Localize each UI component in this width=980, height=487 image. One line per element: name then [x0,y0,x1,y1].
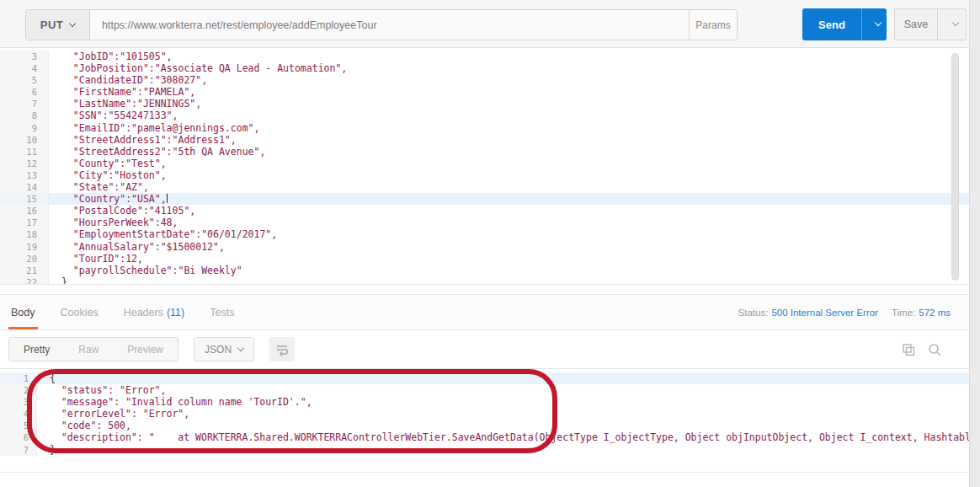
code-line[interactable]: 15 "Country":"USA", [0,193,969,205]
request-editor-scrollbar[interactable] [951,53,959,281]
code-line[interactable]: 6 "description": " at WORKTERRA.Shared.W… [0,431,969,443]
save-group: Save [894,8,967,40]
code-text: "JobPosition":"Associate QA Lead - Autom… [49,62,969,74]
code-line[interactable]: 5 "code": 500, [0,420,969,431]
line-number: 6 [0,431,37,443]
chevron-down-icon [69,19,76,26]
send-button[interactable]: Send [802,8,861,40]
response-body-editor[interactable]: 1{2 "status": "Error",3 "message": "Inva… [0,368,969,473]
code-line[interactable]: 12 "County":"Test", [0,158,969,169]
save-dropdown-button[interactable] [937,9,966,40]
code-text: "CandidateID":"308027", [49,74,969,86]
code-text: "message": "Invalid column name 'TourID'… [37,396,969,408]
line-number: 19 [0,241,49,253]
method-select[interactable]: PUT [26,10,90,40]
code-text: "description": " at WORKTERRA.Shared.WOR… [37,431,969,443]
line-number: 2 [0,384,37,396]
code-line[interactable]: 8 "SSN":"554247133", [0,110,969,121]
window-scrollbar[interactable] [969,0,980,487]
code-line[interactable]: 13 "City":"Hoston", [0,169,969,181]
send-dropdown-button[interactable] [861,8,887,40]
code-line[interactable]: 21 "payrollSchedule":"Bi Weekly" [0,265,969,276]
response-tabs: BodyCookiesHeaders(11)Tests [0,295,234,329]
code-line[interactable]: 3 "JobID":"101505", [0,51,969,62]
view-pretty[interactable]: Pretty [9,338,64,361]
code-line[interactable]: 14 "State":"AZ", [0,181,969,193]
line-number: 22 [0,276,49,285]
code-line[interactable]: 11 "StreetAddress2":"5th QA Avenue", [0,146,969,158]
line-number: 13 [0,169,49,181]
code-text: "City":"Hoston", [49,169,969,181]
code-text: "StreetAddress2":"5th QA Avenue", [49,146,969,158]
code-text: "JobID":"101505", [49,51,969,62]
code-text: "HoursPerWeek":48, [49,217,969,228]
line-number: 15 [0,193,49,205]
code-line[interactable]: 7 "LastName":"JENNINGS", [0,98,969,110]
tab-headers[interactable]: Headers(11) [124,295,185,329]
line-number: 20 [0,253,49,265]
view-switcher: PrettyRawPreview [8,337,178,361]
response-toolbar: PrettyRawPreview JSON [0,330,969,368]
format-select[interactable]: JSON [194,337,254,361]
copy-button[interactable] [901,342,916,357]
params-button[interactable]: Params [689,10,737,40]
code-line[interactable]: 2 "status": "Error", [0,384,969,396]
line-number: 6 [0,86,49,98]
wrap-button[interactable] [269,337,295,361]
chevron-down-icon [237,344,244,351]
tab-label: Headers [124,307,163,318]
code-line[interactable]: 5 "CandidateID":"308027", [0,74,969,86]
send-group: Send [802,8,887,40]
line-number: 17 [0,217,49,228]
code-text: "errorLevel": "Error", [37,408,969,420]
code-line[interactable]: 9 "EmailID":"pamela@jennings.com", [0,122,969,134]
tab-count: (11) [167,307,184,318]
code-text: "FirstName":"PAMELA", [49,86,969,98]
view-preview[interactable]: Preview [113,338,178,361]
code-text: "status": "Error", [37,384,969,396]
code-text: } [37,444,969,456]
response-tools [901,342,942,357]
code-text: "EmploymentStartDate":"06/01/2017", [49,228,969,240]
url-input[interactable]: https://www.workterra.net/rest/employee/… [90,10,689,40]
tab-cookies[interactable]: Cookies [61,295,99,329]
line-number: 1 [0,372,37,384]
response-meta-bar: BodyCookiesHeaders(11)Tests Status:500 I… [0,294,969,330]
code-line[interactable]: 3 "message": "Invalid column name 'TourI… [0,396,969,408]
code-text: "payrollSchedule":"Bi Weekly" [49,265,969,276]
code-text: "AnnualSalary":"$1500012", [49,241,969,253]
search-button[interactable] [927,342,942,357]
request-body-editor[interactable]: 3 "JobID":"101505",4 "JobPosition":"Asso… [0,48,969,285]
code-text: "State":"AZ", [49,181,969,193]
code-line[interactable]: 10 "StreetAddress1":"Address1", [0,134,969,146]
line-number: 3 [0,51,49,62]
code-line[interactable]: 22} [0,276,969,285]
status-text: Status:500 Internal Server Error [738,308,878,318]
code-line[interactable]: 7} [0,444,969,456]
code-line[interactable]: 6 "FirstName":"PAMELA", [0,86,969,98]
tab-tests[interactable]: Tests [210,295,234,329]
code-text: "PostalCode":"41105", [49,205,969,217]
url-text: https://www.workterra.net/rest/employee/… [102,19,377,31]
code-text: "TourID":12, [49,253,969,265]
code-line[interactable]: 16 "PostalCode":"41105", [0,205,969,217]
code-line[interactable]: 4 "errorLevel": "Error", [0,408,969,420]
text-cursor [167,194,168,203]
search-icon [927,342,942,357]
line-number: 3 [0,396,37,408]
code-line[interactable]: 1{ [0,372,969,384]
view-raw[interactable]: Raw [64,338,113,361]
code-text: "County":"Test", [49,158,969,169]
code-line[interactable]: 4 "JobPosition":"Associate QA Lead - Aut… [0,62,969,74]
tab-body[interactable]: Body [11,295,35,329]
code-text: "EmailID":"pamela@jennings.com", [49,122,969,134]
code-text: "SSN":"554247133", [49,110,969,121]
code-line[interactable]: 17 "HoursPerWeek":48, [0,217,969,228]
code-line[interactable]: 18 "EmploymentStartDate":"06/01/2017", [0,228,969,240]
code-line[interactable]: 19 "AnnualSalary":"$1500012", [0,241,969,253]
save-button[interactable]: Save [895,9,937,40]
code-line[interactable]: 20 "TourID":12, [0,253,969,265]
code-text: "LastName":"JENNINGS", [49,98,969,110]
status-value: 500 Internal Server Error [771,308,878,318]
line-number: 7 [0,444,37,456]
